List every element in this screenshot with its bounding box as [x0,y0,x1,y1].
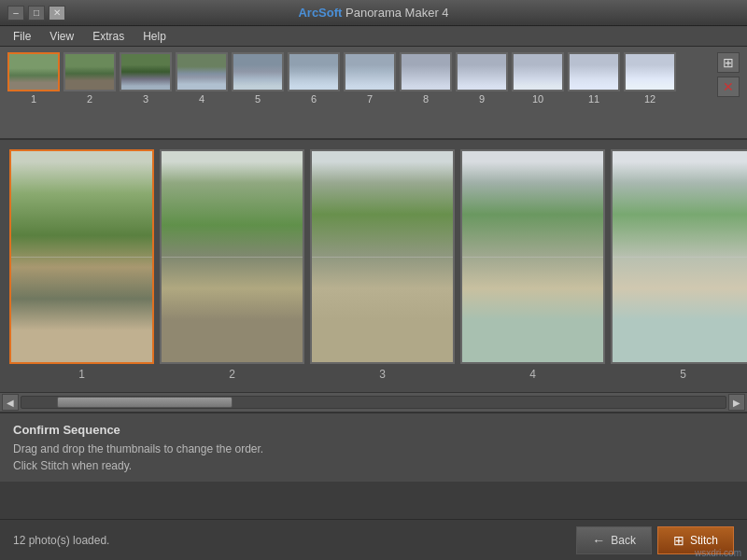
thumb-item-11[interactable]: 11 [568,52,620,105]
scroll-right-button[interactable]: ▶ [728,394,745,411]
thumb-label-10: 10 [532,93,543,105]
back-icon: ← [592,533,605,548]
thumb-image-6 [288,52,340,91]
title-bar: – □ ✕ ArcSoft Panorama Maker 4 [0,0,747,26]
preview-label-2: 2 [229,368,235,381]
preview-item-4[interactable]: 4 [460,149,605,381]
menu-bar: FileViewExtrasHelp [0,26,747,47]
preview-image-5 [611,149,747,364]
thumb-label-2: 2 [87,93,92,105]
preview-item-1[interactable]: 1 [9,149,154,381]
preview-label-1: 1 [78,368,85,381]
preview-item-5[interactable]: 5 [611,149,747,381]
thumb-label-4: 4 [199,93,204,105]
confirm-sequence-title: Confirm Sequence [13,423,734,437]
thumb-item-7[interactable]: 7 [344,52,396,105]
thumb-item-10[interactable]: 10 [512,52,564,105]
thumb-item-12[interactable]: 12 [624,52,676,105]
thumb-image-1 [7,52,60,91]
menu-item-help[interactable]: Help [134,28,176,45]
scroll-left-button[interactable]: ◀ [2,394,19,411]
thumb-item-9[interactable]: 9 [456,52,508,105]
preview-image-2 [160,149,304,364]
thumb-item-2[interactable]: 2 [63,52,116,105]
thumb-image-9 [456,52,508,91]
preview-image-1 [9,149,154,364]
status-text: 12 photo(s) loaded. [13,534,109,547]
info-panel: Confirm Sequence Drag and drop the thumb… [0,413,747,482]
bottom-bar: 12 photo(s) loaded. ← Back ⊞ Stitch [0,519,747,560]
preview-item-2[interactable]: 2 [160,149,304,381]
thumb-image-12 [624,52,676,91]
thumb-label-3: 3 [143,93,148,105]
thumb-item-1[interactable]: 1 [7,52,60,105]
thumb-item-8[interactable]: 8 [400,52,452,105]
app-title: ArcSoft Panorama Maker 4 [82,6,665,20]
thumb-label-8: 8 [423,93,429,105]
back-label: Back [611,534,636,547]
preview-image-3 [310,149,455,364]
thumb-image-5 [232,52,284,91]
preview-label-4: 4 [529,368,536,381]
thumb-item-4[interactable]: 4 [176,52,228,105]
menu-item-extras[interactable]: Extras [83,28,134,45]
scroll-thumb[interactable] [57,397,233,408]
thumb-item-3[interactable]: 3 [120,52,172,105]
watermark: wsxdri.com [695,548,741,558]
stitch-label: Stitch [690,534,718,547]
menu-item-view[interactable]: View [40,28,83,45]
thumb-label-12: 12 [644,93,655,105]
add-photos-button[interactable]: ⊞ [717,52,740,73]
thumb-item-5[interactable]: 5 [232,52,284,105]
back-button[interactable]: ← Back [576,526,652,554]
preview-label-5: 5 [680,368,686,381]
scroll-track[interactable] [21,396,726,409]
delete-photos-button[interactable]: ✕ [717,77,740,97]
thumb-image-8 [400,52,452,91]
thumb-item-6[interactable]: 6 [288,52,340,105]
thumb-image-4 [176,52,228,91]
thumb-label-5: 5 [255,93,261,105]
thumb-image-2 [63,52,116,91]
preview-label-3: 3 [379,368,386,381]
thumb-label-7: 7 [367,93,373,105]
maximize-button[interactable]: □ [28,6,45,21]
main-preview-area: 12345 [0,140,747,392]
menu-item-file[interactable]: File [4,28,40,45]
thumb-image-10 [512,52,564,91]
thumb-label-1: 1 [31,93,36,105]
thumb-image-7 [344,52,396,91]
close-button[interactable]: ✕ [49,6,65,21]
preview-item-3[interactable]: 3 [310,149,455,381]
thumbnail-strip: 123456789101112 ⊞ ✕ [0,47,747,140]
thumb-image-11 [568,52,620,91]
strip-actions: ⊞ ✕ [717,52,740,97]
horizontal-scrollbar[interactable]: ◀ ▶ [0,392,747,413]
thumb-label-6: 6 [311,93,317,105]
stitch-icon: ⊞ [673,533,684,548]
minimize-button[interactable]: – [7,6,24,21]
thumb-label-9: 9 [479,93,485,105]
thumb-label-11: 11 [588,93,599,105]
thumb-image-3 [120,52,172,91]
preview-image-4 [460,149,605,364]
confirm-sequence-description: Drag and drop the thumbnails to change t… [13,441,734,474]
